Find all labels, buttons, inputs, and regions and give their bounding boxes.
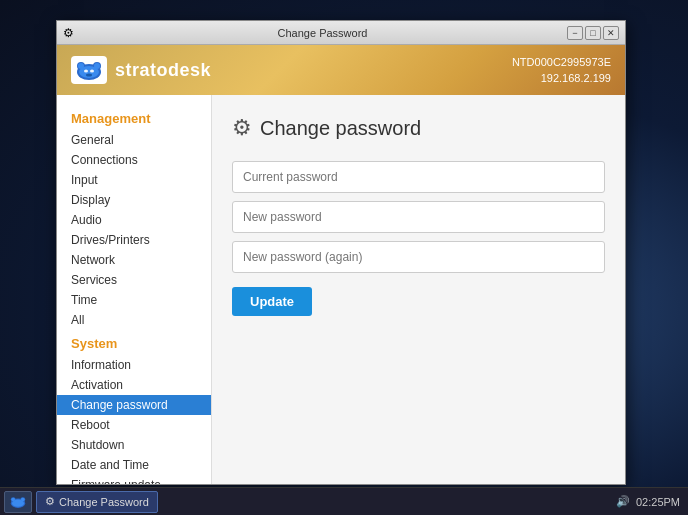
svg-point-6	[84, 70, 88, 73]
title-bar-title: Change Password	[78, 27, 567, 39]
device-id: NTD000C2995973E	[512, 54, 611, 71]
sidebar-item-connections[interactable]: Connections	[57, 150, 211, 170]
title-bar-icon: ⚙	[63, 26, 74, 40]
sidebar-item-display[interactable]: Display	[57, 190, 211, 210]
bear-logo-svg	[74, 59, 104, 81]
title-bar-controls: − □ ✕	[567, 26, 619, 40]
taskbar-left: ⚙ Change Password	[0, 491, 158, 513]
sidebar-item-time[interactable]: Time	[57, 290, 211, 310]
window-body: Management General Connections Input Dis…	[57, 95, 625, 484]
sidebar-item-audio[interactable]: Audio	[57, 210, 211, 230]
title-bar: ⚙ Change Password − □ ✕	[57, 21, 625, 45]
sidebar-item-information[interactable]: Information	[57, 355, 211, 375]
window-header: stratodesk NTD000C2995973E 192.168.2.199	[57, 45, 625, 95]
taskbar-bear-icon	[9, 495, 27, 509]
logo-icon	[71, 56, 107, 84]
page-title: Change password	[260, 117, 421, 140]
sidebar-item-change-password[interactable]: Change password	[57, 395, 211, 415]
window-inner: stratodesk NTD000C2995973E 192.168.2.199…	[57, 45, 625, 484]
maximize-button[interactable]: □	[585, 26, 601, 40]
sidebar-item-input[interactable]: Input	[57, 170, 211, 190]
settings-gear-icon: ⚙	[232, 115, 252, 141]
sidebar-management-title: Management	[57, 105, 211, 130]
sidebar-item-services[interactable]: Services	[57, 270, 211, 290]
svg-point-8	[86, 74, 92, 77]
taskbar: ⚙ Change Password 🔊 02:25PM	[0, 487, 688, 515]
logo-text: stratodesk	[115, 60, 211, 81]
new-password-again-input[interactable]	[232, 241, 605, 273]
sidebar-item-firmware-update[interactable]: Firmware update	[57, 475, 211, 484]
volume-icon[interactable]: 🔊	[616, 495, 630, 508]
page-title-row: ⚙ Change password	[232, 115, 605, 141]
close-button[interactable]: ✕	[603, 26, 619, 40]
taskbar-app-icon: ⚙	[45, 495, 55, 508]
taskbar-start-button[interactable]	[4, 491, 32, 513]
minimize-button[interactable]: −	[567, 26, 583, 40]
header-info: NTD000C2995973E 192.168.2.199	[512, 54, 611, 87]
svg-point-4	[78, 63, 84, 69]
sidebar-item-date-time[interactable]: Date and Time	[57, 455, 211, 475]
sidebar-system-title: System	[57, 330, 211, 355]
taskbar-app-button[interactable]: ⚙ Change Password	[36, 491, 158, 513]
sidebar-item-network[interactable]: Network	[57, 250, 211, 270]
taskbar-app-label: Change Password	[59, 496, 149, 508]
sidebar-item-general[interactable]: General	[57, 130, 211, 150]
svg-point-13	[11, 497, 15, 501]
current-password-input[interactable]	[232, 161, 605, 193]
main-content: ⚙ Change password Update	[212, 95, 625, 484]
svg-point-5	[94, 63, 100, 69]
svg-point-14	[21, 497, 25, 501]
update-button[interactable]: Update	[232, 287, 312, 316]
sidebar-item-all[interactable]: All	[57, 310, 211, 330]
taskbar-time: 02:25PM	[636, 496, 680, 508]
sidebar: Management General Connections Input Dis…	[57, 95, 212, 484]
sidebar-item-drives-printers[interactable]: Drives/Printers	[57, 230, 211, 250]
main-window: ⚙ Change Password − □ ✕	[56, 20, 626, 485]
sidebar-item-activation[interactable]: Activation	[57, 375, 211, 395]
sidebar-item-shutdown[interactable]: Shutdown	[57, 435, 211, 455]
taskbar-right: 🔊 02:25PM	[616, 495, 688, 508]
new-password-input[interactable]	[232, 201, 605, 233]
logo-area: stratodesk	[71, 56, 211, 84]
ip-address: 192.168.2.199	[512, 70, 611, 87]
sidebar-item-reboot[interactable]: Reboot	[57, 415, 211, 435]
svg-point-7	[90, 70, 94, 73]
